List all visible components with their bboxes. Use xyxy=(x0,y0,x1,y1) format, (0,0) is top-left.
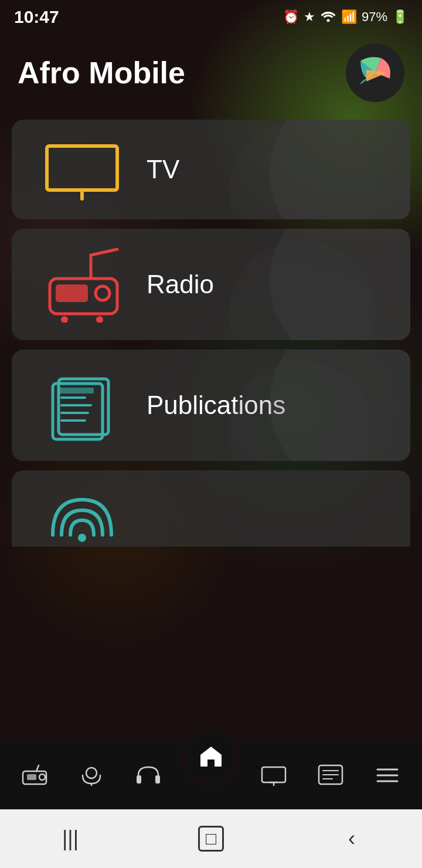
radio-card[interactable]: Radio xyxy=(12,229,410,340)
svg-rect-21 xyxy=(27,774,36,780)
radio-icon xyxy=(35,246,129,323)
svg-line-5 xyxy=(91,249,117,255)
recents-button[interactable]: ||| xyxy=(47,821,94,856)
nav-radio[interactable] xyxy=(11,762,58,786)
radio-label: Radio xyxy=(147,270,214,299)
tv-label: TV xyxy=(147,155,179,184)
tv-icon xyxy=(35,137,129,202)
status-time: 10:47 xyxy=(14,7,59,27)
back-button[interactable]: ‹ xyxy=(328,821,375,856)
signal-icon: 📶 xyxy=(341,9,357,25)
alarm-icon: ⏰ xyxy=(283,9,299,25)
svg-rect-28 xyxy=(155,775,160,784)
app-header: Afro Mobile xyxy=(0,32,422,120)
nav-tv[interactable] xyxy=(250,762,297,786)
partial-card[interactable] xyxy=(12,470,410,547)
svg-rect-12 xyxy=(59,379,108,435)
svg-point-9 xyxy=(96,286,110,300)
wifi-icon xyxy=(320,9,336,25)
partial-card-icon xyxy=(35,488,129,547)
svg-point-22 xyxy=(39,774,45,780)
nav-home[interactable] xyxy=(182,727,240,786)
publications-card[interactable]: Publications xyxy=(12,350,410,461)
svg-rect-27 xyxy=(137,775,141,784)
bottom-nav xyxy=(0,739,422,809)
nav-menu[interactable] xyxy=(364,762,411,786)
svg-line-23 xyxy=(36,765,39,771)
status-icons: ⏰ ★ 📶 97% 🔋 xyxy=(283,9,408,25)
nav-podcast[interactable] xyxy=(68,762,115,786)
svg-point-10 xyxy=(61,316,68,323)
bluetooth-icon: ★ xyxy=(304,9,315,25)
tv-card[interactable]: TV xyxy=(12,120,410,219)
status-bar: 10:47 ⏰ ★ 📶 97% 🔋 xyxy=(0,0,422,32)
battery-indicator: 🔋 xyxy=(392,9,408,25)
svg-point-19 xyxy=(78,534,86,542)
svg-rect-18 xyxy=(59,388,94,394)
svg-rect-8 xyxy=(56,284,88,302)
svg-rect-2 xyxy=(47,146,117,190)
publications-icon xyxy=(35,367,129,443)
system-nav: ||| □ ‹ xyxy=(0,809,422,868)
app-title: Afro Mobile xyxy=(18,55,185,90)
svg-point-11 xyxy=(96,316,103,323)
home-button[interactable]: □ xyxy=(188,821,234,856)
svg-rect-29 xyxy=(262,767,285,782)
battery-icon: 97% xyxy=(362,9,387,25)
app-logo xyxy=(346,43,404,102)
svg-point-0 xyxy=(326,19,329,22)
svg-point-24 xyxy=(86,768,97,778)
nav-news[interactable] xyxy=(307,762,354,786)
menu-cards: TV Radio xyxy=(0,120,422,547)
publications-label: Publications xyxy=(147,391,285,420)
nav-headphone[interactable] xyxy=(125,762,172,786)
